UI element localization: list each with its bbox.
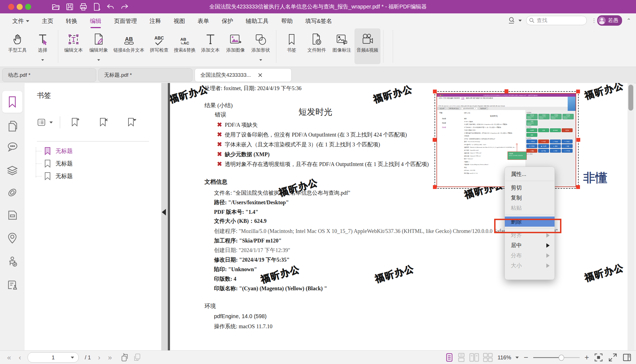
- context-menu-size: 大小: [505, 261, 555, 271]
- first-page-icon[interactable]: «: [7, 354, 11, 361]
- menu-fill-sign[interactable]: 填写&签名: [305, 17, 332, 25]
- resize-handle-n[interactable]: [505, 89, 508, 93]
- new-page-icon[interactable]: [93, 3, 100, 11]
- expand-bookmark-button[interactable]: [124, 117, 139, 128]
- continuous-view-icon[interactable]: [457, 353, 465, 362]
- statusbar: « ‹ 1 / 1 › » 116% − +: [0, 350, 636, 364]
- last-page-icon[interactable]: »: [108, 354, 112, 361]
- previous-page-icon[interactable]: ‹: [19, 354, 21, 361]
- hand-tool-button[interactable]: 手型工具: [5, 28, 30, 64]
- open-file-icon[interactable]: [52, 3, 60, 11]
- bookmark-menu-button[interactable]: [37, 118, 53, 127]
- spell-check-button[interactable]: ABC 拼写检查: [146, 28, 172, 64]
- save-icon[interactable]: [66, 3, 74, 11]
- single-page-view-icon[interactable]: [445, 353, 453, 362]
- image-annotation-button[interactable]: 图像标注: [329, 28, 354, 64]
- resize-handle-nw[interactable]: [433, 90, 437, 93]
- menu-help[interactable]: 帮助: [281, 17, 293, 25]
- two-page-view-icon[interactable]: [469, 353, 479, 362]
- collapse-panel-handle[interactable]: [162, 209, 166, 215]
- tab-current-document[interactable]: 全国法院失4233333...: [195, 68, 292, 82]
- menu-file[interactable]: 文件: [12, 17, 29, 25]
- resize-handle-ne[interactable]: [576, 90, 580, 93]
- bookmark-item-1[interactable]: 无标题: [36, 147, 73, 155]
- pages-panel-button[interactable]: [0, 119, 25, 133]
- menu-accessibility[interactable]: 辅助工具: [246, 17, 269, 25]
- bookmarks-panel-button[interactable]: [2, 91, 22, 113]
- menu-edit[interactable]: 编辑: [90, 17, 101, 25]
- bookmark-item-3[interactable]: 无标题: [36, 172, 73, 180]
- context-menu-properties[interactable]: 属性...: [505, 169, 555, 179]
- user-account-button[interactable]: 若愚: [597, 15, 622, 26]
- close-window-button[interactable]: [8, 4, 14, 10]
- delete-bookmark-button[interactable]: [95, 117, 111, 128]
- zoom-in-icon[interactable]: +: [585, 354, 589, 361]
- document-scrollbar[interactable]: [628, 83, 634, 350]
- context-menu-distribute: 分布: [505, 250, 555, 261]
- bookmark-button[interactable]: 书签: [279, 28, 304, 64]
- add-bookmark-button[interactable]: [67, 117, 83, 128]
- destinations-panel-button[interactable]: [0, 231, 25, 245]
- page-number-input[interactable]: 1: [28, 352, 79, 363]
- chevron-down-icon: [41, 59, 44, 61]
- fit-page-icon[interactable]: [594, 353, 603, 362]
- zoom-level-dropdown[interactable]: 116%: [498, 354, 519, 361]
- document-scrollbar-thumb[interactable]: [628, 85, 633, 111]
- panel-resizer[interactable]: [161, 83, 168, 350]
- fields-panel-button[interactable]: [0, 208, 25, 222]
- bookmark-item-2[interactable]: 无标题: [36, 159, 73, 168]
- context-menu-copy[interactable]: 复制: [505, 193, 555, 203]
- resize-handle-se[interactable]: [576, 185, 580, 189]
- add-shape-button[interactable]: 添加形状: [248, 28, 273, 64]
- menu-view[interactable]: 视图: [174, 17, 185, 25]
- tab-untitled-pdf[interactable]: 无标题.pdf *: [98, 68, 192, 82]
- menu-home[interactable]: 主页: [42, 17, 53, 25]
- collapse-ribbon-icon[interactable]: ⌃: [626, 17, 631, 24]
- tab-dongtai-pdf[interactable]: 动态.pdf *: [2, 68, 96, 82]
- resize-handle-sw[interactable]: [433, 185, 437, 189]
- previous-view-icon[interactable]: [120, 353, 129, 362]
- zoom-slider-knob[interactable]: [559, 355, 564, 361]
- edit-text-button[interactable]: 编辑文本: [61, 28, 86, 64]
- audio-video-button[interactable]: 音频&视频: [354, 28, 380, 64]
- more-options-icon[interactable]: ⋮: [591, 20, 593, 22]
- add-image-button[interactable]: 添加图像: [223, 28, 248, 64]
- zoom-slider[interactable]: [533, 357, 580, 358]
- select-tool-button[interactable]: 选择: [30, 28, 55, 64]
- panel-scrollbar[interactable]: [168, 83, 170, 350]
- close-tab-icon[interactable]: [258, 73, 262, 77]
- layers-panel-button[interactable]: [0, 164, 25, 177]
- menu-protect[interactable]: 保护: [222, 17, 233, 25]
- right-panel-icon[interactable]: [622, 353, 632, 362]
- search-settings-icon[interactable]: [508, 17, 522, 24]
- stamps-panel-button[interactable]: [0, 278, 25, 291]
- zoom-out-icon[interactable]: −: [524, 354, 528, 361]
- context-menu-center[interactable]: 居中: [505, 240, 555, 250]
- search-input[interactable]: 查找: [526, 16, 587, 25]
- link-merge-text-button[interactable]: AB 链接&合并文本: [111, 28, 146, 64]
- context-menu-cut[interactable]: 剪切: [505, 183, 555, 193]
- next-page-icon[interactable]: ›: [98, 354, 100, 361]
- redo-icon[interactable]: [121, 3, 129, 10]
- print-icon[interactable]: [80, 3, 87, 11]
- next-view-icon[interactable]: [133, 353, 142, 362]
- minimize-window-button[interactable]: [17, 4, 23, 10]
- doc-info-plates: 印版数: 4: [214, 275, 236, 283]
- search-replace-button[interactable]: AB↳AC 搜索&替换: [172, 28, 198, 64]
- comments-panel-button[interactable]: [0, 140, 25, 154]
- menu-comment[interactable]: 注释: [150, 17, 161, 25]
- menu-convert[interactable]: 转换: [66, 17, 77, 25]
- undo-icon[interactable]: [106, 3, 115, 10]
- resize-handle-e[interactable]: [576, 138, 580, 142]
- fullscreen-icon[interactable]: [608, 353, 617, 362]
- menu-form[interactable]: 表单: [198, 17, 209, 25]
- edit-object-button[interactable]: 编辑对象: [86, 28, 111, 64]
- resize-handle-w[interactable]: [433, 138, 436, 142]
- attachments-panel-button[interactable]: [0, 186, 25, 199]
- zoom-window-button[interactable]: [25, 4, 31, 10]
- add-text-button[interactable]: 添加文本: [198, 28, 223, 64]
- signatures-panel-button[interactable]: [0, 255, 25, 268]
- menu-page-management[interactable]: 页面管理: [114, 17, 137, 25]
- two-page-continuous-view-icon[interactable]: [483, 353, 493, 362]
- file-attachment-button[interactable]: 文件附件: [304, 28, 329, 64]
